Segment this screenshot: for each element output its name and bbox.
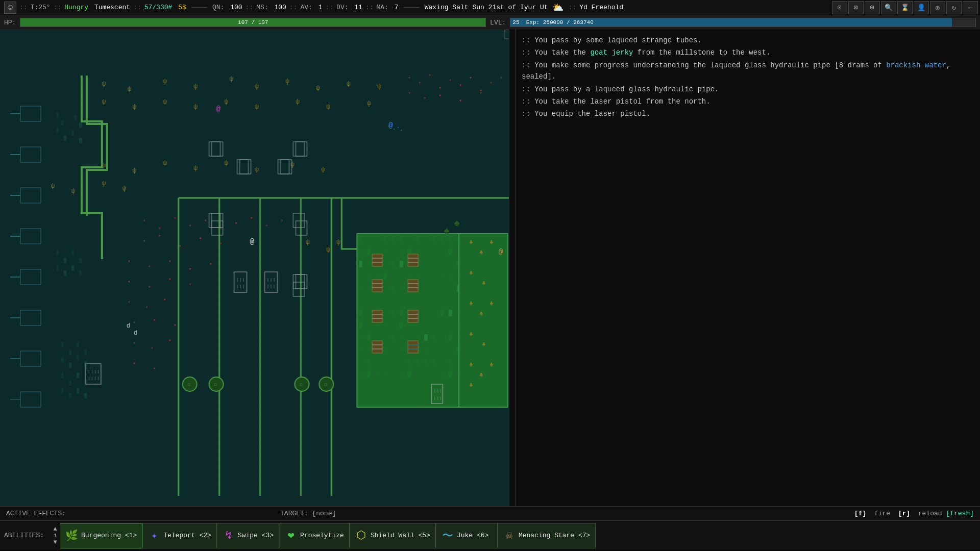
dv-val: 11 [350,4,362,11]
map-icon[interactable]: ◎ [930,1,945,14]
menacing-stare-label: Menacing Stare <7> [519,532,590,539]
sep4: :: [246,4,254,11]
tool-icon-1[interactable]: ⊡ [832,1,847,14]
av-label: AV: [300,4,312,11]
location-val: Yd Freehold [579,4,623,11]
juke-icon: 〜 [442,528,454,543]
teleport-label: Teleport <2> [163,532,211,539]
ability-slot-teleport[interactable]: ✦ Teleport <2> [143,523,217,548]
menacing-stare-icon: ☠ [503,529,516,542]
top-status-bar: ☺ :: T:25° :: Hungry Tumescent :: 57/330… [0,0,980,15]
bottom-status-bar: ACTIVE EFFECTS: TARGET: [none] [f] fire … [0,506,980,520]
date-val: Waxing Salt Sun 21st of Iyur Ut [425,4,548,11]
tool-icons-bar: ⊡ ⊠ ⊞ 🔍 ⌛ 👤 ◎ ↻ ← [832,0,980,15]
log-line-1: :: You pass by some laqueed strange tube… [522,35,974,46]
search-icon[interactable]: 🔍 [881,1,896,14]
reload-icon[interactable]: ↻ [946,1,962,14]
fire-command: [f] fire [r] reload [fresh] [854,510,974,517]
hp-bar-text: 107 / 107 [20,18,485,27]
div2: ──── [404,4,420,11]
main-area: :: You pass by some laqueed strange tube… [0,30,980,506]
tumescent-status: Tumescent [90,4,130,11]
div1: ──── [191,4,207,11]
sep1: :: [19,4,28,11]
log-line-6: :: You equip the laser pistol. [522,108,974,119]
sep7: :: [365,4,374,11]
hunger-status: Hungry [64,4,88,11]
log-line-2: :: You take the goat jerky from the mill… [522,47,974,58]
ability-slot-shield-wall[interactable]: ⬡ Shield Wall <5> [350,523,436,548]
player-icon: ☺ [4,2,16,14]
game-render-canvas [0,30,515,506]
teleport-icon: ✦ [148,529,160,542]
back-icon[interactable]: ← [963,1,978,14]
sep2: :: [54,4,62,11]
qn-label: QN: [212,4,224,11]
hp-stat: 57/330# [144,4,173,11]
ms-label: MS: [256,4,268,11]
ma-label: MA: [377,4,388,11]
shield-wall-icon: ⬡ [355,529,368,542]
swipe-label: Swipe <3> [238,532,274,539]
gold-stat: 5$ [174,4,186,11]
proselytize-icon: ❤ [285,529,297,542]
log-line-3: :: You make some progress understanding … [522,60,974,83]
log-line-4: :: You pass by a laqueed glass hydraulic… [522,84,974,95]
time-label: T:25° [31,4,51,11]
ability-slot-swipe[interactable]: ↯ Swipe <3> [217,523,279,548]
sep5: :: [289,4,298,11]
sep3: :: [133,4,141,11]
ability-scroll-up[interactable]: ▲ 1 ▼ [50,523,60,548]
tool-icon-3[interactable]: ⊞ [865,1,880,14]
ability-slot-proselytize[interactable]: ❤ Proselytize [280,523,350,548]
qn-val: 100 [226,4,242,11]
burgeoning-icon: 🌿 [65,529,78,542]
ma-val: 7 [390,4,399,11]
ability-slot-menacing-stare[interactable]: ☠ Menacing Stare <7> [498,523,596,548]
scroll-indicator [509,30,515,506]
ability-slot-juke[interactable]: 〜 Juke <6> [436,523,498,548]
juke-label: Juke <6> [457,532,488,539]
dv-label: DV: [336,4,348,11]
hp-label: HP: [4,19,16,27]
hp-lvl-bar: HP: 107 / 107 LVL: 25 Exp: 250000 / 2637… [0,15,980,30]
sep8: :: [569,4,577,11]
abilities-label: ABILITIES: [4,532,50,539]
sep6: :: [325,4,333,11]
character-icon[interactable]: 👤 [914,1,929,14]
ability-slot-burgeoning[interactable]: 🌿 Burgeoning <1> [60,523,142,548]
abilities-bar: ABILITIES: ▲ 1 ▼ 🌿 Burgeoning <1> ✦ Tele… [0,520,980,550]
shield-wall-label: Shield Wall <5> [371,532,430,539]
swipe-icon: ↯ [223,529,235,542]
lvl-bar-text: 25 Exp: 250000 / 263740 [512,18,975,27]
ms-val: 100 [271,4,286,11]
log-panel: :: You pass by some laqueed strange tube… [516,30,980,506]
weather-icon: ⛅ [552,2,564,13]
lvl-bar: 25 Exp: 250000 / 263740 [510,18,976,27]
log-line-5: :: You take the laser pistol from the no… [522,96,974,107]
proselytize-label: Proselytize [300,532,344,539]
game-canvas[interactable] [0,30,516,506]
av-val: 1 [314,4,323,11]
active-effects-label: ACTIVE EFFECTS: [6,510,66,517]
hp-bar: 107 / 107 [20,18,486,27]
tool-icon-2[interactable]: ⊠ [848,1,864,14]
lvl-label: LVL: [490,19,506,27]
hourglass-icon[interactable]: ⌛ [897,1,913,14]
burgeoning-label: Burgeoning <1> [81,532,137,539]
target-label: TARGET: [none] [280,510,336,517]
